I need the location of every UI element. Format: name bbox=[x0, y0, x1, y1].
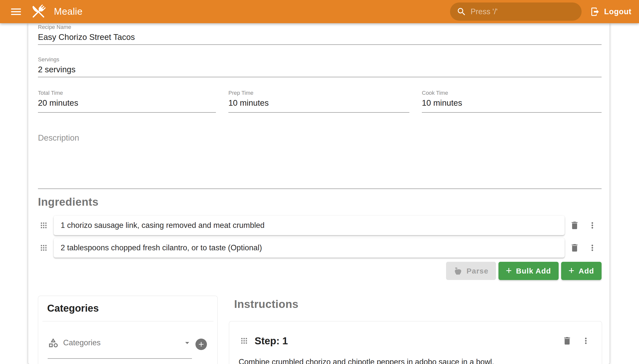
description-label: Description bbox=[38, 133, 601, 143]
logout-label: Logout bbox=[604, 7, 631, 16]
cook-time-value[interactable]: 10 minutes bbox=[422, 98, 601, 108]
drag-handle[interactable] bbox=[39, 218, 49, 232]
cook-time-field[interactable]: Cook Time 10 minutes bbox=[422, 90, 601, 113]
plus-circle-icon bbox=[197, 340, 205, 348]
add-category-button[interactable] bbox=[195, 338, 207, 350]
ingredient-row: 2 tablespoons chopped fresh cilantro, or… bbox=[36, 238, 602, 258]
add-label: Add bbox=[579, 267, 594, 275]
drag-handle[interactable] bbox=[239, 334, 249, 348]
drag-handle-icon bbox=[40, 244, 48, 252]
step-text[interactable]: Combine crumbled chorizo and chipotle pe… bbox=[239, 356, 587, 364]
cook-time-label: Cook Time bbox=[422, 90, 601, 96]
prep-time-label: Prep Time bbox=[228, 90, 409, 96]
add-ingredient-button[interactable]: + Add bbox=[561, 262, 601, 280]
ingredients-actions: Parse + Bulk Add + Add bbox=[446, 262, 601, 280]
step-menu-button[interactable] bbox=[579, 334, 593, 348]
categories-title: Categories bbox=[47, 302, 99, 314]
ingredients-heading: Ingredients bbox=[38, 196, 99, 208]
recipe-name-label: Recipe Name bbox=[38, 24, 601, 30]
kebab-icon bbox=[581, 336, 591, 346]
kebab-icon bbox=[588, 243, 597, 252]
categories-card: Categories Categories bbox=[38, 296, 218, 364]
kebab-icon bbox=[588, 221, 597, 230]
servings-value[interactable]: 2 servings bbox=[38, 64, 601, 74]
delete-ingredient-button[interactable] bbox=[568, 218, 582, 232]
servings-label: Servings bbox=[38, 56, 601, 62]
mealie-recipe-editor: Mealie Press '/' Logout Recipe Name Easy… bbox=[0, 0, 639, 364]
description-field[interactable]: Description bbox=[38, 130, 601, 189]
hamburger-menu-button[interactable] bbox=[9, 5, 23, 19]
drag-handle[interactable] bbox=[39, 241, 49, 255]
categories-select[interactable]: Categories bbox=[48, 334, 192, 359]
recipe-name-value[interactable]: Easy Chorizo Street Tacos bbox=[38, 32, 601, 42]
categories-select-label: Categories bbox=[63, 338, 182, 347]
parse-label: Parse bbox=[467, 267, 489, 275]
bulk-add-label: Bulk Add bbox=[516, 267, 551, 275]
step-title: Step: 1 bbox=[255, 335, 288, 346]
shapes-icon bbox=[48, 337, 59, 348]
ingredient-input[interactable]: 1 chorizo sausage link, casing removed a… bbox=[54, 216, 565, 235]
instructions-heading: Instructions bbox=[234, 298, 299, 310]
search-input[interactable]: Press '/' bbox=[450, 2, 582, 21]
logout-button[interactable]: Logout bbox=[590, 7, 631, 17]
delete-ingredient-button[interactable] bbox=[568, 241, 582, 255]
menu-icon bbox=[10, 5, 23, 18]
ingredient-menu-button[interactable] bbox=[585, 218, 599, 232]
prep-time-value[interactable]: 10 minutes bbox=[228, 98, 409, 108]
bulk-add-button[interactable]: + Bulk Add bbox=[499, 262, 559, 280]
step-header: Step: 1 bbox=[239, 333, 593, 348]
prep-time-field[interactable]: Prep Time 10 minutes bbox=[228, 90, 409, 113]
plus-icon: + bbox=[569, 266, 575, 276]
trash-icon bbox=[562, 336, 572, 346]
total-time-label: Total Time bbox=[38, 90, 216, 96]
recipe-editor-card: Recipe Name Easy Chorizo Street Tacos Se… bbox=[28, 23, 609, 364]
drag-handle-icon bbox=[40, 221, 48, 230]
step-card: Step: 1 Combine crumbled chorizo and chi… bbox=[229, 321, 602, 364]
ingredient-row: 1 chorizo sausage link, casing removed a… bbox=[36, 216, 602, 235]
delete-step-button[interactable] bbox=[560, 334, 574, 348]
trash-icon bbox=[570, 243, 580, 253]
logout-icon bbox=[590, 7, 600, 17]
app-bar: Mealie Press '/' Logout bbox=[0, 0, 639, 23]
total-time-field[interactable]: Total Time 20 minutes bbox=[38, 90, 216, 113]
trash-icon bbox=[570, 220, 580, 230]
parse-button[interactable]: Parse bbox=[446, 262, 496, 280]
plus-icon: + bbox=[506, 266, 512, 276]
chevron-down-icon bbox=[182, 338, 192, 348]
app-logo bbox=[30, 3, 47, 21]
servings-field[interactable]: Servings 2 servings bbox=[38, 56, 601, 77]
total-time-value[interactable]: 20 minutes bbox=[38, 98, 216, 108]
ingredient-input[interactable]: 2 tablespoons chopped fresh cilantro, or… bbox=[54, 238, 565, 258]
search-icon bbox=[457, 7, 467, 17]
drag-handle-icon bbox=[240, 336, 248, 345]
apple-icon bbox=[454, 266, 463, 276]
crossed-cutlery-icon bbox=[30, 3, 47, 21]
ingredient-menu-button[interactable] bbox=[585, 241, 599, 255]
app-title: Mealie bbox=[54, 6, 83, 17]
categories-divider bbox=[43, 321, 214, 321]
search-placeholder: Press '/' bbox=[471, 7, 498, 16]
recipe-name-field[interactable]: Recipe Name Easy Chorizo Street Tacos bbox=[38, 24, 601, 45]
